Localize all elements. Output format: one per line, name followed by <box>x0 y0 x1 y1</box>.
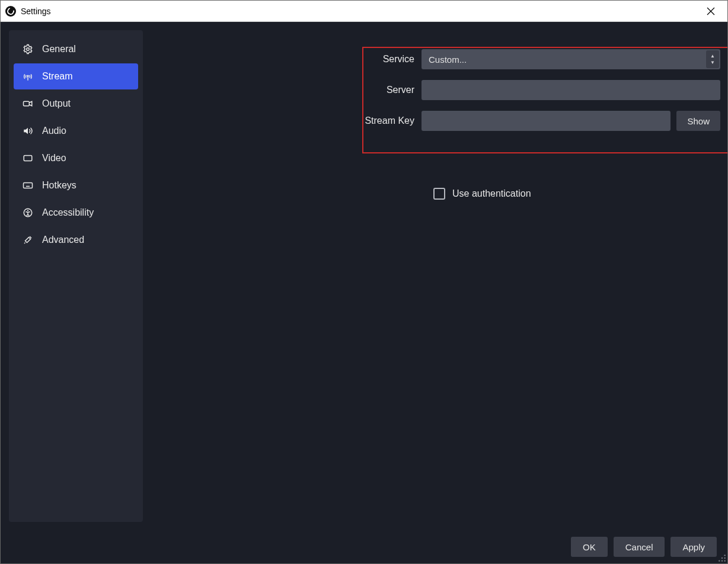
use-auth-label: Use authentication <box>452 188 531 199</box>
gear-icon <box>22 43 34 55</box>
sidebar-item-label: Hotkeys <box>42 180 76 191</box>
sidebar-item-general[interactable]: General <box>14 36 138 62</box>
keyboard-icon <box>22 180 34 191</box>
svg-point-21 <box>719 560 720 562</box>
sidebar-item-label: Stream <box>42 71 73 82</box>
sidebar-item-video[interactable]: Video <box>14 145 138 171</box>
service-label: Service <box>150 54 422 65</box>
svg-point-19 <box>724 560 726 562</box>
close-button[interactable] <box>699 2 723 20</box>
obs-icon <box>5 6 16 17</box>
streamkey-label: Stream Key <box>150 116 422 126</box>
svg-point-16 <box>724 555 726 556</box>
streamkey-input[interactable] <box>422 111 670 131</box>
svg-point-20 <box>721 560 723 562</box>
cancel-button[interactable]: Cancel <box>614 537 665 557</box>
sidebar-item-label: General <box>42 44 76 55</box>
sidebar-item-stream[interactable]: Stream <box>14 63 138 89</box>
output-icon <box>22 98 34 110</box>
svg-rect-8 <box>24 183 33 188</box>
svg-rect-5 <box>24 101 30 106</box>
sidebar-item-output[interactable]: Output <box>14 91 138 117</box>
sidebar-item-label: Advanced <box>42 235 84 245</box>
sidebar-item-hotkeys[interactable]: Hotkeys <box>14 172 138 198</box>
service-select[interactable]: Custom... ▲▼ <box>422 49 720 69</box>
sidebar-item-advanced[interactable]: Advanced <box>14 227 138 253</box>
show-button[interactable]: Show <box>676 111 720 131</box>
sidebar-item-label: Output <box>42 98 71 109</box>
svg-marker-6 <box>24 128 28 134</box>
video-icon <box>22 152 34 164</box>
server-input[interactable] <box>422 80 720 100</box>
sidebar-item-label: Audio <box>42 126 66 136</box>
sidebar-item-audio[interactable]: Audio <box>14 118 138 144</box>
server-label: Server <box>150 85 422 95</box>
svg-rect-7 <box>24 156 32 161</box>
select-spinner-icon: ▲▼ <box>706 50 719 68</box>
svg-point-4 <box>27 75 28 76</box>
settings-window: Settings General <box>0 0 728 564</box>
settings-content: Service Custom... ▲▼ Server Stream Key <box>143 22 727 530</box>
tools-icon <box>22 234 34 246</box>
close-icon <box>707 7 715 15</box>
apply-button[interactable]: Apply <box>670 537 717 557</box>
settings-sidebar: General Stream <box>9 30 143 522</box>
use-auth-checkbox[interactable] <box>433 188 445 200</box>
service-value: Custom... <box>429 55 467 65</box>
sidebar-item-accessibility[interactable]: Accessibility <box>14 200 138 226</box>
titlebar: Settings <box>1 1 727 22</box>
sidebar-item-label: Accessibility <box>42 207 94 218</box>
accessibility-icon <box>22 207 34 219</box>
ok-button[interactable]: OK <box>571 537 608 557</box>
resize-grip-icon[interactable] <box>718 554 726 562</box>
sidebar-item-label: Video <box>42 153 66 164</box>
antenna-icon <box>22 70 34 82</box>
svg-point-18 <box>721 557 723 559</box>
svg-point-15 <box>27 210 28 211</box>
svg-point-2 <box>27 48 30 51</box>
dialog-footer: OK Cancel Apply <box>1 530 727 563</box>
svg-point-17 <box>724 557 726 559</box>
window-title: Settings <box>21 7 51 16</box>
audio-icon <box>22 125 34 137</box>
